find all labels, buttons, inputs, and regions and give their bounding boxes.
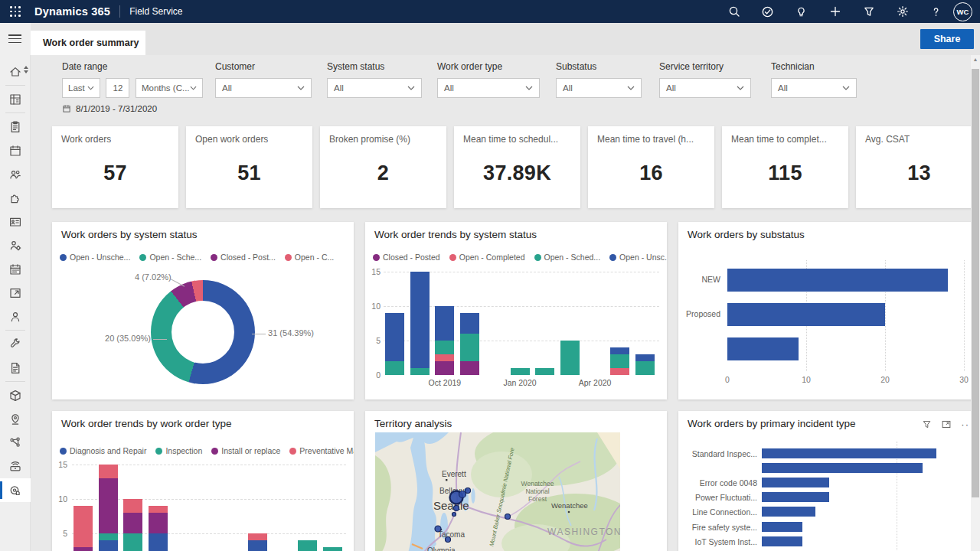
bar-segment[interactable] (610, 347, 629, 354)
bar-segment[interactable] (460, 361, 479, 375)
bar-segment[interactable] (410, 368, 430, 375)
stacked-bar[interactable] (435, 306, 454, 375)
sidebar-item-work-orders[interactable] (0, 115, 31, 139)
sidebar-item-schedule[interactable] (0, 257, 31, 281)
bar-segment[interactable] (248, 533, 267, 540)
stacked-bar[interactable] (560, 341, 580, 375)
bar-segment[interactable] (123, 499, 142, 513)
filter-dropdown[interactable]: All (215, 78, 312, 98)
h-bar[interactable] (762, 448, 936, 458)
settings-icon[interactable] (896, 5, 909, 18)
bar-segment[interactable] (149, 513, 168, 533)
bar-segment[interactable] (99, 465, 118, 478)
map-bubble[interactable] (466, 488, 471, 494)
map-bubble[interactable] (452, 513, 456, 517)
map-bubble[interactable] (435, 526, 441, 532)
map-bubble[interactable] (459, 491, 466, 498)
stacked-bar[interactable] (535, 368, 554, 375)
avatar[interactable]: WC (953, 2, 972, 21)
map-bubble[interactable] (505, 514, 511, 520)
stacked-bar[interactable] (248, 533, 267, 551)
share-button[interactable]: Share (920, 29, 974, 49)
h-bar[interactable] (727, 269, 948, 292)
h-bar[interactable] (762, 536, 802, 546)
stacked-bar[interactable] (511, 368, 530, 375)
home-expand-arrows-icon[interactable] (24, 66, 28, 73)
help-icon[interactable] (929, 5, 942, 18)
stacked-bar[interactable] (610, 347, 629, 375)
bar-segment[interactable] (99, 478, 118, 533)
date-mode-dropdown[interactable]: Last (62, 78, 100, 98)
app-name[interactable]: Field Service (129, 6, 182, 17)
bar-segment[interactable] (635, 354, 655, 361)
scrollbar-thumb[interactable] (972, 69, 979, 497)
h-bar[interactable] (727, 337, 799, 360)
bar-segment[interactable] (435, 341, 454, 354)
h-bar[interactable] (762, 478, 829, 487)
kpi-card-4[interactable]: Mean time to schedul...37.89K (454, 126, 580, 208)
add-icon[interactable] (828, 5, 841, 18)
bar-segment[interactable] (535, 368, 554, 375)
filter-dropdown[interactable]: All (556, 78, 642, 98)
bar-segment[interactable] (248, 540, 267, 551)
territory-map[interactable]: Everett Bellevue Seattle Tacoma Olympia … (375, 432, 620, 551)
kpi-card-3[interactable]: Broken promise (%)2 (320, 126, 446, 208)
bar-segment[interactable] (298, 540, 317, 551)
stacked-bar[interactable] (410, 272, 430, 375)
stacked-bar[interactable] (99, 465, 118, 551)
h-bar[interactable] (762, 522, 802, 532)
h-bar[interactable] (727, 303, 885, 326)
brand-title[interactable]: Dynamics 365 (34, 5, 110, 18)
map-bubble[interactable] (446, 537, 451, 543)
sidebar-item-customers[interactable] (0, 305, 31, 328)
filter-dropdown[interactable]: All (327, 78, 422, 98)
sidebar-item-bookings[interactable] (0, 139, 31, 162)
h-bar[interactable] (762, 492, 829, 502)
bar-segment[interactable] (435, 361, 454, 375)
tab-work-order-summary[interactable]: Work order summary (31, 31, 145, 55)
bar-segment[interactable] (149, 506, 168, 513)
bar-segment[interactable] (435, 306, 454, 341)
stacked-bar[interactable] (149, 506, 168, 551)
sidebar-item-connections[interactable] (0, 431, 31, 455)
filter-icon[interactable] (862, 5, 875, 18)
map-bubble[interactable] (454, 506, 459, 511)
bar-segment[interactable] (635, 361, 655, 375)
sidebar-item-service-locations[interactable] (0, 407, 31, 431)
sidebar-item-iot-devices[interactable] (0, 455, 31, 478)
bar-segment[interactable] (460, 313, 479, 334)
filter-icon[interactable] (922, 419, 932, 429)
bar-segment[interactable] (123, 533, 142, 551)
sidebar-item-extensions[interactable] (0, 186, 31, 210)
stacked-bar[interactable] (635, 354, 655, 375)
filter-dropdown[interactable]: All (771, 78, 857, 98)
sidebar-item-schedule-board[interactable] (0, 87, 31, 111)
filter-dropdown[interactable]: All (437, 78, 540, 98)
kpi-card-7[interactable]: Avg. CSAT13 (856, 126, 980, 208)
sidebar-item-products[interactable] (0, 383, 31, 407)
sidebar-item-resources[interactable] (0, 162, 31, 186)
stacked-bar[interactable] (298, 540, 317, 551)
legend-item[interactable]: Open - Sche... (139, 253, 201, 262)
bar-segment[interactable] (74, 506, 93, 547)
kpi-card-5[interactable]: Mean time to travel (h...16 (588, 126, 714, 208)
legend-item[interactable]: Open - Unsche... (60, 253, 130, 262)
sidebar-item-tools[interactable] (0, 332, 31, 356)
search-icon[interactable] (727, 5, 740, 18)
sidebar-item-agents[interactable] (0, 233, 31, 257)
bar-segment[interactable] (460, 334, 479, 361)
bar-segment[interactable] (74, 547, 93, 551)
bar-segment[interactable] (99, 540, 118, 551)
stacked-bar[interactable] (385, 313, 404, 375)
bar-segment[interactable] (385, 361, 404, 375)
stacked-bar[interactable] (460, 313, 479, 375)
lightbulb-icon[interactable] (795, 5, 808, 18)
h-bar[interactable] (762, 463, 923, 473)
bar-segment[interactable] (511, 368, 530, 375)
sidebar-item-invoices[interactable] (0, 356, 31, 380)
sidebar-item-insights[interactable] (0, 478, 31, 502)
legend-item[interactable]: Open - C... (285, 253, 334, 262)
bar-segment[interactable] (99, 533, 118, 540)
stacked-bar[interactable] (323, 547, 342, 551)
kpi-card-2[interactable]: Open work orders51 (186, 126, 312, 208)
